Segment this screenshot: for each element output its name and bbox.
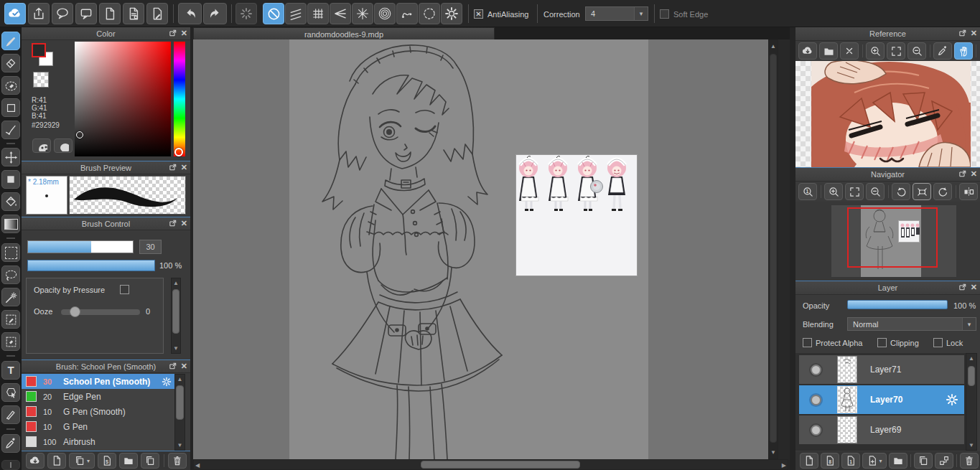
navigator-viewport-rect[interactable] [847, 207, 938, 268]
scroll-up-icon[interactable]: ▲ [966, 354, 976, 363]
divide-tool[interactable] [1, 405, 20, 424]
eraser-tool[interactable] [1, 54, 20, 72]
add-brush-button[interactable] [47, 453, 66, 469]
soft-edge-checkbox[interactable] [660, 9, 669, 19]
close-icon[interactable]: ✕ [971, 283, 977, 291]
duplicate-brush-button[interactable] [141, 453, 159, 469]
add-script-brush-button[interactable] [98, 453, 116, 469]
scrollbar-thumb[interactable] [421, 461, 580, 469]
select-lasso-tool[interactable] [1, 265, 20, 284]
canvas-document[interactable] [289, 39, 648, 459]
navigator-zoom-in-button[interactable] [824, 183, 843, 200]
polyline-tool[interactable] [1, 121, 20, 139]
blending-dropdown[interactable]: Normal ▾ [847, 317, 976, 331]
comic-edit-button[interactable] [146, 3, 168, 24]
snap-parallel-button[interactable] [285, 3, 307, 24]
select-eraser-tool[interactable] [1, 332, 20, 351]
layer-visibility-toggle[interactable] [811, 395, 821, 405]
brush-tool[interactable] [1, 32, 20, 50]
comment-round-button[interactable] [52, 3, 73, 24]
scroll-up-icon[interactable]: ▲ [769, 42, 778, 51]
reference-eyedropper-button[interactable] [933, 42, 952, 60]
lasso-eraser-tool[interactable] [1, 76, 20, 95]
opacity-by-pressure-checkbox[interactable] [120, 285, 129, 294]
navigator-rotate-cw-button[interactable] [933, 183, 952, 200]
scrollbar-thumb[interactable] [176, 385, 184, 420]
rectangle-tool[interactable] [1, 98, 20, 117]
layer-folder-button[interactable] [889, 453, 907, 469]
brush-row[interactable]: 30 School Pen (Smooth) [22, 374, 174, 389]
snap-settings-button[interactable] [441, 3, 462, 24]
document-history-button[interactable] [123, 3, 144, 24]
select-pen-tool[interactable] [1, 310, 20, 329]
fill-rect-tool[interactable] [1, 170, 20, 189]
text-tool[interactable] [1, 361, 20, 380]
transparent-swatch[interactable] [33, 72, 49, 88]
brush-size-value-box[interactable]: 30 [139, 240, 162, 254]
scroll-up-icon[interactable]: ▲ [172, 278, 180, 288]
select-rect-tool[interactable] [1, 243, 20, 262]
snap-off-button[interactable] [263, 3, 284, 24]
popout-icon[interactable] [958, 283, 967, 291]
merge-layer-button[interactable] [935, 453, 953, 469]
scroll-down-icon[interactable]: ▼ [172, 344, 180, 353]
eyedropper-tool[interactable] [1, 434, 20, 453]
correction-dropdown[interactable]: 4 ▾ [585, 6, 648, 21]
publish-button[interactable] [28, 3, 50, 24]
scroll-down-icon[interactable]: ▼ [966, 441, 976, 450]
new-8bit-layer-button[interactable] [821, 453, 839, 469]
canvas-viewport[interactable]: ▲ ▼ [193, 39, 778, 459]
brush-folder-button[interactable] [119, 453, 138, 469]
close-icon[interactable]: ✕ [971, 170, 977, 178]
ooze-slider-knob[interactable] [70, 306, 80, 317]
new-1bit-layer-button[interactable] [841, 453, 860, 469]
canvas-vscrollbar[interactable]: ▲ ▼ [768, 39, 778, 459]
comment-square-button[interactable] [75, 3, 97, 24]
scrollbar-thumb[interactable] [770, 54, 777, 443]
navigator-zoom-out-button[interactable] [866, 183, 885, 200]
tool-rail-extra[interactable] [1, 460, 20, 470]
popout-icon[interactable] [958, 29, 967, 37]
document-button[interactable] [99, 3, 121, 24]
close-icon[interactable]: ✕ [181, 29, 187, 37]
brush-cloud-download-button[interactable] [26, 453, 45, 469]
reference-hand-button[interactable] [954, 42, 973, 60]
sv-picker[interactable] [75, 42, 171, 156]
scroll-left-icon[interactable]: ◀ [195, 460, 200, 470]
brush-opacity-slider[interactable] [27, 260, 155, 271]
magic-wand-tool[interactable] [1, 288, 20, 306]
navigator-rotate-ccw-button[interactable] [892, 183, 910, 200]
antialiasing-checkbox[interactable]: ✕ [474, 9, 483, 19]
operation-tool[interactable] [1, 383, 20, 402]
brush-list-scrollbar[interactable]: ▲ ▼ [174, 374, 185, 451]
reference-zoom-in-button[interactable] [866, 42, 885, 60]
add-layer-menu-button[interactable]: ▾ [862, 453, 887, 469]
hue-bar[interactable] [174, 42, 185, 156]
scroll-right-icon[interactable]: ▶ [782, 460, 786, 470]
snap-concentric-button[interactable] [374, 3, 396, 24]
lock-checkbox[interactable] [933, 338, 943, 347]
navigator-reset-rotation-button[interactable] [913, 183, 931, 200]
layer-list-scrollbar[interactable]: ▲ ▼ [966, 353, 977, 451]
reference-cloud-button[interactable] [798, 42, 817, 60]
reference-open-button[interactable] [819, 42, 838, 60]
brush-row[interactable]: 10 G Pen (Smooth) [22, 404, 174, 419]
brush-row[interactable]: 20 Edge Pen [22, 389, 174, 404]
clipping-checkbox[interactable] [877, 338, 887, 347]
cloud-login-button[interactable] [4, 3, 26, 24]
protect-alpha-checkbox[interactable] [803, 338, 812, 347]
navigator-flip-button[interactable] [959, 183, 978, 200]
canvas-hscrollbar[interactable]: ◀ ▶ [193, 459, 788, 470]
brush-size-slider[interactable] [27, 240, 134, 253]
brush-settings-gear-icon[interactable] [162, 377, 172, 387]
reference-clear-button[interactable] [840, 42, 859, 60]
popout-icon[interactable] [169, 163, 177, 171]
snap-curve-button[interactable] [396, 3, 418, 24]
pasted-reference-image[interactable] [515, 154, 638, 276]
brush-control-scrollbar[interactable]: ▲ ▼ [171, 278, 181, 354]
layer-settings-gear-icon[interactable] [946, 393, 958, 406]
snap-crisscross-button[interactable] [307, 3, 329, 24]
scrollbar-thumb[interactable] [968, 366, 975, 386]
layer-opacity-slider[interactable] [847, 300, 948, 309]
brush-row[interactable]: 100 Airbrush [22, 434, 174, 449]
